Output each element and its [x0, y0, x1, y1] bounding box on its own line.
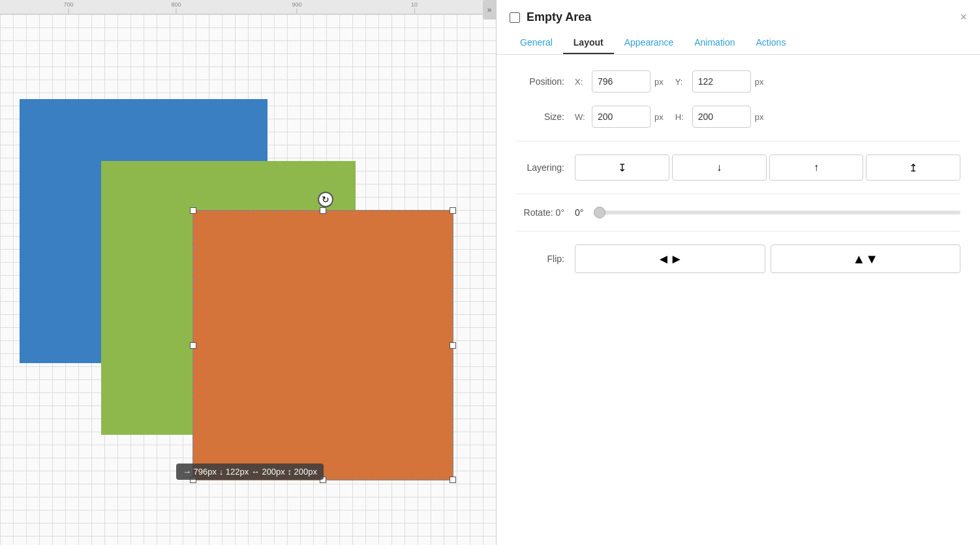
h-label: H:: [675, 112, 688, 122]
handle-tc[interactable]: [320, 207, 326, 214]
ruler-svg: [0, 0, 496, 14]
rotate-row: Rotate: 0° 0°: [516, 207, 960, 218]
send-to-back-button[interactable]: ↧: [575, 155, 669, 181]
rotate-slider[interactable]: [594, 211, 960, 214]
tab-animation[interactable]: Animation: [684, 32, 745, 54]
bring-forward-button[interactable]: ↑: [769, 155, 864, 181]
position-group: X: px Y: px: [575, 70, 960, 93]
send-to-back-icon: ↧: [618, 162, 626, 174]
send-backward-icon: ↓: [716, 162, 722, 173]
size-row: Size: W: px H: px: [516, 106, 960, 128]
size-label: Size:: [516, 111, 575, 122]
h-input[interactable]: [692, 106, 751, 128]
position-row: Position: X: px Y: px: [516, 70, 960, 93]
ruler: 700 800 900 10: [0, 0, 496, 14]
handle-tr[interactable]: [450, 207, 456, 214]
y-label: Y:: [675, 77, 688, 87]
layering-row: Layering: ↧ ↓ ↑ ↥: [516, 155, 960, 181]
position-label: Position:: [516, 76, 575, 87]
position-tooltip: → 796px ↓ 122px ↔ 200px ↕ 200px: [176, 464, 324, 480]
w-label: W:: [575, 112, 588, 122]
handle-ml[interactable]: [190, 342, 196, 349]
x-unit: px: [654, 77, 664, 87]
rotate-label: Rotate: 0°: [516, 207, 575, 218]
rotate-slider-thumb: [594, 207, 605, 218]
bring-to-front-button[interactable]: ↥: [866, 155, 960, 181]
handle-br[interactable]: [450, 477, 456, 483]
tab-layout[interactable]: Layout: [563, 32, 614, 54]
flip-vertical-button[interactable]: ▲▼: [771, 244, 961, 273]
flip-label: Flip:: [516, 254, 575, 264]
panel-title-text: Empty Area: [527, 10, 591, 24]
collapse-icon: »: [487, 5, 492, 14]
handle-tl[interactable]: [190, 207, 196, 214]
bring-forward-icon: ↑: [814, 162, 819, 173]
send-backward-button[interactable]: ↓: [672, 155, 767, 181]
tabs: General Layout Appearance Animation Acti…: [510, 32, 967, 54]
divider-1: [516, 141, 960, 141]
w-input[interactable]: [592, 106, 651, 128]
title-checkbox[interactable]: [510, 12, 520, 23]
close-button[interactable]: ×: [960, 10, 967, 24]
size-group: W: px H: px: [575, 106, 960, 128]
tab-general[interactable]: General: [510, 32, 563, 54]
x-label: X:: [575, 77, 588, 87]
flip-horizontal-button[interactable]: ◄►: [575, 244, 765, 273]
y-unit: px: [755, 77, 764, 87]
flip-vertical-icon: ▲▼: [852, 252, 878, 267]
grid-canvas: ↻ → 796px ↓ 122px ↔ 200px ↕ 200px: [0, 14, 496, 545]
rotate-handle[interactable]: ↻: [318, 192, 333, 207]
x-input[interactable]: [592, 70, 651, 93]
flip-horizontal-icon: ◄►: [657, 252, 683, 267]
tab-appearance[interactable]: Appearance: [614, 32, 684, 54]
rect-orange[interactable]: [192, 210, 453, 480]
flip-group: ◄► ▲▼: [575, 244, 960, 273]
divider-3: [516, 231, 960, 231]
collapse-handle[interactable]: »: [483, 0, 496, 20]
divider-2: [516, 194, 960, 194]
rotate-value-display: 0°: [575, 207, 583, 218]
rotate-icon: ↻: [322, 194, 329, 205]
handle-mr[interactable]: [450, 342, 456, 349]
tab-actions[interactable]: Actions: [745, 32, 796, 54]
w-unit: px: [654, 112, 664, 122]
y-input[interactable]: [692, 70, 751, 93]
layering-group: ↧ ↓ ↑ ↥: [575, 155, 960, 181]
panel-content: Position: X: px Y: px Size: W: px H: px: [497, 55, 980, 545]
h-unit: px: [755, 112, 764, 122]
canvas-area: 700 800 900 10 »: [0, 0, 496, 545]
bring-to-front-icon: ↥: [909, 162, 917, 174]
flip-row: Flip: ◄► ▲▼: [516, 244, 960, 273]
layering-label: Layering:: [516, 162, 575, 173]
right-panel: Empty Area × General Layout Appearance A…: [496, 0, 980, 545]
panel-header: Empty Area × General Layout Appearance A…: [497, 0, 980, 55]
panel-title-row: Empty Area ×: [510, 10, 967, 24]
